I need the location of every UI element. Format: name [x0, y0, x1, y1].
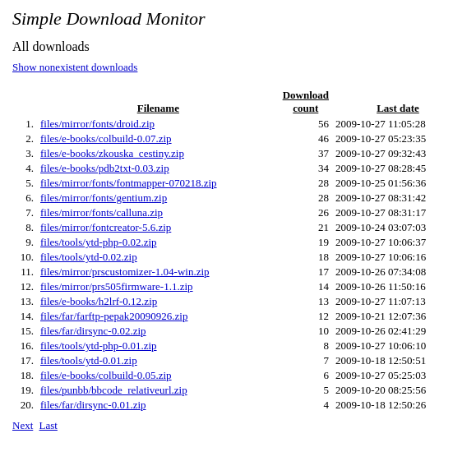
- row-number: 7.: [12, 205, 37, 220]
- row-count: 12: [280, 309, 332, 324]
- row-date: 2009-10-26 02:41:29: [332, 324, 464, 339]
- last-date-header: Last date: [332, 87, 464, 117]
- table-row: 15.files/far/dirsync-0.02.zip102009-10-2…: [12, 324, 464, 339]
- table-row: 6.files/mirror/fonts/gentium.zip282009-1…: [12, 191, 464, 205]
- row-number: 1.: [12, 117, 37, 131]
- filename-link[interactable]: files/e-books/pdb2txt-0.03.zip: [40, 162, 169, 174]
- filename-link[interactable]: files/tools/ytd-0.01.zip: [40, 354, 137, 367]
- filename-link[interactable]: files/far/farftp-pepak20090926.zip: [40, 310, 187, 322]
- show-nonexistent-link-container: Show nonexistent downloads: [12, 61, 464, 74]
- row-date: 2009-10-27 08:28:45: [332, 161, 464, 176]
- row-number: 9.: [12, 235, 37, 250]
- row-count: 18: [280, 250, 332, 265]
- row-count: 21: [280, 220, 332, 235]
- page-title: Simple Download Monitor: [12, 8, 464, 30]
- filename-link[interactable]: files/e-books/h2lrf-0.12.zip: [40, 295, 157, 307]
- row-count: 17: [280, 265, 332, 279]
- row-date: 2009-10-21 12:07:36: [332, 309, 464, 324]
- row-count: 46: [280, 131, 332, 146]
- row-date: 2009-10-27 10:06:37: [332, 235, 464, 250]
- row-date: 2009-10-27 10:06:10: [332, 339, 464, 353]
- download-count-header: Download count: [280, 87, 332, 117]
- filename-link[interactable]: files/tools/ytd-php-0.01.zip: [40, 339, 157, 352]
- row-filename: files/tools/ytd-php-0.01.zip: [37, 339, 280, 353]
- download-count-line2: count: [293, 102, 318, 114]
- row-filename: files/e-books/colbuild-0.05.zip: [37, 368, 280, 383]
- filename-link[interactable]: files/mirror/fonts/gentium.zip: [40, 191, 167, 204]
- table-row: 7.files/mirror/fonts/calluna.zip262009-1…: [12, 205, 464, 220]
- row-number: 20.: [12, 398, 37, 413]
- filename-link[interactable]: files/e-books/colbuild-0.07.zip: [40, 132, 172, 145]
- row-number: 15.: [12, 324, 37, 339]
- row-filename: files/mirror/fonts/gentium.zip: [37, 191, 280, 205]
- table-row: 13.files/e-books/h2lrf-0.12.zip132009-10…: [12, 294, 464, 309]
- row-filename: files/mirror/fontcreator-5.6.zip: [37, 220, 280, 235]
- filename-link[interactable]: files/tools/ytd-0.02.zip: [40, 251, 137, 263]
- row-number: 11.: [12, 265, 37, 279]
- row-count: 19: [280, 235, 332, 250]
- row-filename: files/e-books/colbuild-0.07.zip: [37, 131, 280, 146]
- row-filename: files/mirror/prscustomizer-1.04-win.zip: [37, 265, 280, 279]
- row-number: 16.: [12, 339, 37, 353]
- row-count: 28: [280, 191, 332, 205]
- row-count: 26: [280, 205, 332, 220]
- table-row: 4.files/e-books/pdb2txt-0.03.zip342009-1…: [12, 161, 464, 176]
- filename-link[interactable]: files/e-books/zkouska_cestiny.zip: [40, 147, 184, 159]
- show-nonexistent-link[interactable]: Show nonexistent downloads: [12, 61, 137, 73]
- row-count: 10: [280, 324, 332, 339]
- filename-link[interactable]: files/tools/ytd-php-0.02.zip: [40, 236, 157, 248]
- row-number: 19.: [12, 383, 37, 398]
- downloads-table: Filename Download count Last date 1.file…: [12, 87, 464, 413]
- row-count: 5: [280, 383, 332, 398]
- table-row: 11.files/mirror/prscustomizer-1.04-win.z…: [12, 265, 464, 279]
- row-date: 2009-10-27 05:25:03: [332, 368, 464, 383]
- row-date: 2009-10-27 10:06:16: [332, 250, 464, 265]
- row-number: 4.: [12, 161, 37, 176]
- filename-header: Filename: [37, 87, 280, 117]
- table-row: 2.files/e-books/colbuild-0.07.zip462009-…: [12, 131, 464, 146]
- filename-link[interactable]: files/mirror/prscustomizer-1.04-win.zip: [40, 265, 210, 278]
- row-count: 6: [280, 368, 332, 383]
- filename-link[interactable]: files/mirror/fonts/calluna.zip: [40, 206, 163, 219]
- row-filename: files/mirror/fonts/calluna.zip: [37, 205, 280, 220]
- table-row: 9.files/tools/ytd-php-0.02.zip192009-10-…: [12, 235, 464, 250]
- row-filename: files/far/farftp-pepak20090926.zip: [37, 309, 280, 324]
- last-link[interactable]: Last: [39, 419, 58, 431]
- row-filename: files/tools/ytd-0.01.zip: [37, 353, 280, 368]
- row-filename: files/e-books/pdb2txt-0.03.zip: [37, 161, 280, 176]
- row-filename: files/e-books/h2lrf-0.12.zip: [37, 294, 280, 309]
- table-row: 16.files/tools/ytd-php-0.01.zip82009-10-…: [12, 339, 464, 353]
- table-row: 20.files/far/dirsync-0.01.zip42009-10-18…: [12, 398, 464, 413]
- row-number: 2.: [12, 131, 37, 146]
- row-filename: files/tools/ytd-php-0.02.zip: [37, 235, 280, 250]
- filename-link[interactable]: files/e-books/colbuild-0.05.zip: [40, 369, 172, 381]
- filename-link[interactable]: files/mirror/fonts/fontmapper-070218.zip: [40, 177, 217, 189]
- filename-link[interactable]: files/far/dirsync-0.01.zip: [40, 399, 146, 411]
- section-title: All downloads: [12, 39, 464, 54]
- table-header-row: Filename Download count Last date: [12, 87, 464, 117]
- row-filename: files/tools/ytd-0.02.zip: [37, 250, 280, 265]
- row-count: 56: [280, 117, 332, 131]
- table-row: 1.files/mirror/fonts/droid.zip562009-10-…: [12, 117, 464, 131]
- row-count: 37: [280, 146, 332, 161]
- row-number: 13.: [12, 294, 37, 309]
- row-number: 8.: [12, 220, 37, 235]
- row-filename: files/mirror/fonts/fontmapper-070218.zip: [37, 176, 280, 191]
- filename-link[interactable]: files/mirror/prs505firmware-1.1.zip: [40, 280, 193, 293]
- row-filename: files/far/dirsync-0.02.zip: [37, 324, 280, 339]
- filename-link[interactable]: files/punbb/bbcode_relativeurl.zip: [40, 384, 187, 396]
- next-link[interactable]: Next: [12, 419, 33, 431]
- filename-link[interactable]: files/far/dirsync-0.02.zip: [40, 325, 146, 337]
- row-number: 12.: [12, 279, 37, 294]
- row-count: 8: [280, 339, 332, 353]
- filename-link[interactable]: files/mirror/fonts/droid.zip: [40, 118, 155, 130]
- row-count: 34: [280, 161, 332, 176]
- row-number: 18.: [12, 368, 37, 383]
- row-filename: files/far/dirsync-0.01.zip: [37, 398, 280, 413]
- row-date: 2009-10-18 12:50:26: [332, 398, 464, 413]
- row-date: 2009-10-27 09:32:43: [332, 146, 464, 161]
- row-count: 7: [280, 353, 332, 368]
- filename-link[interactable]: files/mirror/fontcreator-5.6.zip: [40, 221, 171, 233]
- table-row: 10.files/tools/ytd-0.02.zip182009-10-27 …: [12, 250, 464, 265]
- row-date: 2009-10-25 01:56:36: [332, 176, 464, 191]
